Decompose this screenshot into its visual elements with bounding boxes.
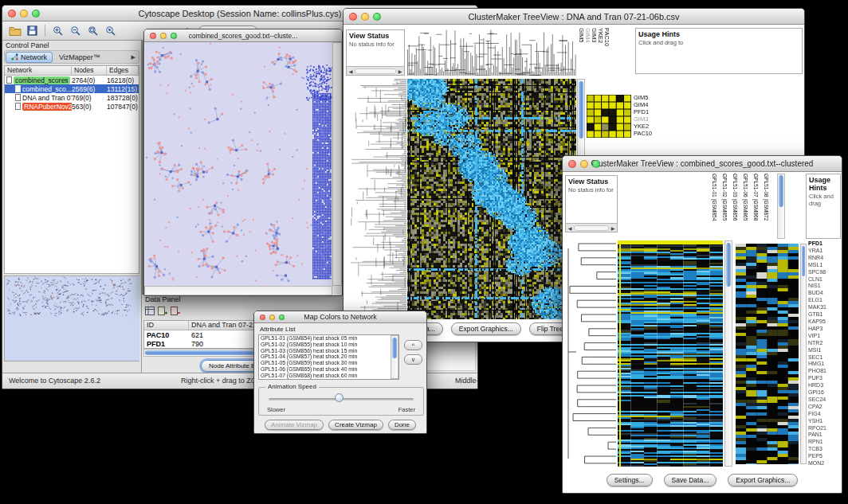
network-row[interactable]: combined_scores 2764(0) 16218(0) [5, 76, 139, 84]
treeview-button[interactable]: Settings... [607, 474, 653, 486]
gene-label[interactable]: CLN1 [808, 276, 842, 283]
gene-label[interactable]: SEC1 [808, 354, 842, 361]
close-button[interactable] [8, 10, 16, 18]
minimize-button[interactable] [160, 33, 167, 39]
gene-label[interactable]: GPI16 [808, 389, 842, 397]
secondary-vscrollbar[interactable] [800, 244, 807, 464]
dna-vscroll-thumb[interactable] [579, 81, 583, 139]
gene-label[interactable]: HMG1 [808, 361, 842, 368]
gene-label[interactable]: MAK31 [808, 304, 842, 311]
secondary-heatmap-canvas[interactable] [736, 244, 799, 464]
gene-label[interactable]: PAN1 [808, 432, 842, 439]
close-button[interactable] [150, 33, 156, 39]
gene-label[interactable]: SEC24 [808, 397, 842, 404]
zoom-fit-icon[interactable] [85, 23, 100, 38]
gene-label[interactable]: PHO81 [808, 368, 842, 375]
gene-label[interactable]: RNR4 [808, 255, 842, 262]
dialog-button[interactable]: Create Vizmap [328, 420, 383, 430]
close-button[interactable] [260, 315, 265, 320]
attribute-list-vscrollbar[interactable] [391, 335, 398, 379]
attribute-item[interactable]: GPL51-07 (GSM868) heat shock 60 min [259, 373, 391, 379]
network-overview-thumbnail[interactable] [4, 275, 139, 361]
create-attribute-icon[interactable] [158, 304, 167, 318]
attribute-item[interactable]: GPL51-05 (GSM859) heat shock 30 min [259, 360, 391, 366]
dialog-button[interactable]: Animate Vizmap [265, 420, 324, 430]
minimize-button[interactable] [580, 160, 588, 168]
tab-network[interactable]: Network [6, 52, 53, 63]
network-view-titlebar[interactable]: combined_scores_good.txt--cluste... [144, 29, 342, 42]
column-labels-vscrollbar[interactable] [777, 174, 785, 239]
maximize-button[interactable] [592, 160, 600, 168]
gene-label[interactable]: PUF3 [808, 375, 842, 382]
gene-label[interactable]: MSL1 [808, 262, 842, 269]
gene-label[interactable]: MSI1 [808, 347, 842, 354]
header-network[interactable]: Network [5, 66, 72, 75]
treeview-button[interactable]: Save Data... [664, 474, 717, 486]
gene-dendrogram-canvas[interactable] [345, 79, 406, 319]
open-folder-icon[interactable] [7, 23, 22, 38]
tab-overflow-arrow[interactable]: ▶ [132, 54, 138, 61]
gene-label[interactable]: KAP95 [808, 318, 842, 326]
status-panel-scrollbar[interactable]: ◀ ▶ [566, 223, 617, 232]
zoom-row-label[interactable]: GIM5 [634, 94, 652, 101]
gene-label[interactable]: PFD1 [808, 240, 842, 248]
minimize-button[interactable] [269, 315, 275, 320]
gene-dendrogram-canvas[interactable] [565, 240, 616, 467]
dna-heatmap-canvas[interactable] [407, 79, 576, 319]
column-label[interactable]: YKE2 [598, 28, 604, 76]
gene-label[interactable]: RPN1 [808, 439, 842, 446]
gene-label[interactable]: CPA2 [808, 404, 842, 411]
tab-vizmapper[interactable]: VizMapper™ [54, 53, 105, 62]
zoom-row-label[interactable]: YKE2 [634, 123, 652, 130]
gene-label[interactable]: GTB1 [808, 311, 842, 318]
zoom-row-label[interactable]: PFD1 [634, 108, 652, 115]
attribute-item[interactable]: GPL51-03 (GSM856) heat shock 15 min [259, 348, 391, 354]
maximize-button[interactable] [32, 10, 40, 18]
attribute-item[interactable]: GPL51-02 (GSM855) heat shock 10 min [259, 342, 391, 348]
combined-heatmap-vscrollbar[interactable] [724, 240, 732, 467]
header-id[interactable]: ID [144, 321, 189, 330]
attribute-item[interactable]: GPL51-01 (GSM854) heat shock 05 min [259, 335, 391, 342]
network-row[interactable]: DNA and Tran 07... 769(0) 183728(0) [5, 93, 139, 102]
maximize-button[interactable] [279, 315, 285, 320]
gene-label[interactable]: ELG1 [808, 297, 842, 304]
attribute-item[interactable]: GPL51-04 (GSM857) heat shock 20 min [259, 354, 391, 360]
gene-label[interactable]: SPC98 [808, 269, 842, 276]
dialog-button[interactable]: Done [388, 420, 416, 430]
column-label[interactable]: GPL51-06 (GSM865 [738, 174, 748, 239]
network-hscrollbar[interactable] [144, 286, 332, 295]
close-button[interactable] [568, 160, 576, 168]
attribute-listbox[interactable]: GPL51-01 (GSM854) heat shock 05 minGPL51… [258, 334, 399, 380]
scroll-track[interactable] [574, 225, 609, 231]
column-label[interactable]: GPL51-07 (GSM868 [748, 174, 759, 239]
column-label[interactable]: GIM3 [591, 28, 598, 76]
column-label[interactable]: GPL51-03 (GSM856 [728, 174, 738, 239]
header-nodes[interactable]: Nodes [72, 66, 107, 75]
zoom-selected-icon[interactable] [103, 23, 118, 38]
gene-label[interactable]: FIG4 [808, 411, 842, 418]
treeview-button[interactable]: Export Graphics... [728, 474, 798, 486]
treeview-button[interactable]: Export Graphics... [451, 322, 521, 335]
gene-label[interactable]: BUD4 [808, 290, 842, 297]
gene-label[interactable]: HAP3 [808, 326, 842, 333]
column-label[interactable]: GIM4 [585, 28, 591, 76]
zoom-in-icon[interactable] [50, 23, 65, 38]
move-up-button[interactable]: ^ [404, 340, 422, 350]
array-dendrogram-canvas[interactable] [407, 28, 576, 76]
close-button[interactable] [349, 13, 357, 21]
status-panel-scrollbar[interactable]: ◀ ▶ [347, 66, 404, 75]
zoom-row-label[interactable]: PAC10 [634, 130, 652, 137]
maximize-button[interactable] [171, 33, 177, 39]
network-row[interactable]: combined_sco... 2569(6) 13112(15) [5, 84, 139, 93]
delete-attribute-icon[interactable] [171, 304, 180, 318]
secondary-vscroll-thumb[interactable] [802, 246, 805, 276]
treeview-dna-titlebar[interactable]: ClusterMaker TreeView : DNA and Tran 07-… [344, 9, 804, 25]
minimize-button[interactable] [361, 13, 369, 21]
attribute-list-scroll-thumb[interactable] [392, 338, 397, 358]
gene-label[interactable]: YSH1 [808, 418, 842, 425]
column-vscroll-thumb[interactable] [779, 175, 783, 207]
attribute-item[interactable]: GPL51-06 (GSM865) heat shock 40 min [259, 366, 391, 373]
column-label[interactable]: GPL51-02 (GSM855 [717, 174, 728, 239]
gene-label[interactable]: VIP1 [808, 333, 842, 340]
speed-slider-thumb[interactable] [335, 393, 344, 402]
